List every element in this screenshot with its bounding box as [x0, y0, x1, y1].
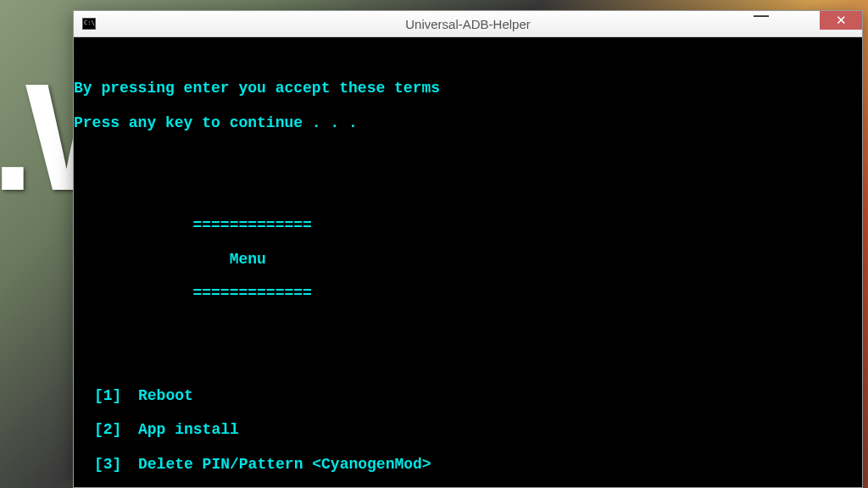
cmd-icon: [82, 18, 96, 30]
blank-line: [74, 148, 862, 165]
menu-item-1: [1]Reboot: [74, 387, 862, 404]
console-window: Universal-ADB-Helper — ✕ By pressing ent…: [73, 10, 863, 488]
blank-line: [74, 353, 862, 370]
console-output[interactable]: By pressing enter you accept these terms…: [74, 37, 862, 487]
titlebar[interactable]: Universal-ADB-Helper — ✕: [74, 11, 862, 37]
window-title: Universal-ADB-Helper: [405, 17, 531, 31]
menu-separator-bottom: =============: [74, 285, 862, 302]
maximize-button[interactable]: [781, 11, 820, 30]
menu-separator-top: =============: [74, 217, 862, 234]
window-controls: — ✕: [742, 11, 862, 31]
intro-line-1: By pressing enter you accept these terms: [74, 80, 862, 97]
menu-item-3: [3]Delete PIN/Pattern <CyanogenMod>: [74, 456, 862, 473]
close-button[interactable]: ✕: [820, 11, 862, 30]
menu-title: Menu: [74, 251, 862, 268]
blank-line: [74, 319, 862, 336]
minimize-button[interactable]: —: [742, 11, 781, 30]
blank-line: [74, 182, 862, 199]
intro-line-2: Press any key to continue . . .: [74, 114, 862, 131]
menu-item-2: [2]App install: [74, 421, 862, 438]
